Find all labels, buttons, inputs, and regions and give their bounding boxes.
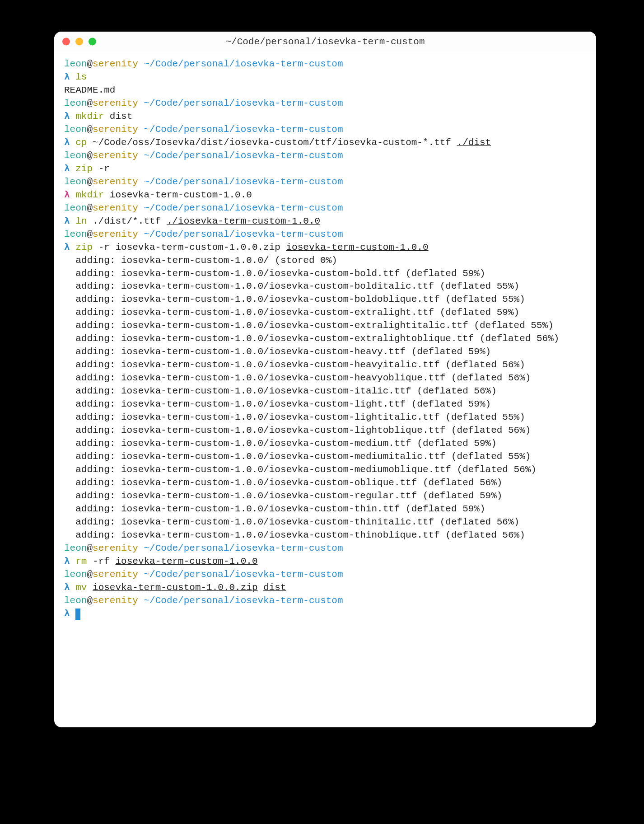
terminal-body[interactable]: leon@serenity ~/Code/personal/iosevka-te… bbox=[54, 52, 596, 727]
command-line: λ mkdir dist bbox=[64, 110, 586, 123]
command-arg: -rf bbox=[93, 556, 110, 566]
command-arg: iosevka-term-custom-1.0.0 bbox=[115, 556, 257, 566]
prompt-cwd: ~/Code/personal/iosevka-term-custom bbox=[144, 543, 343, 553]
command-line: λ mkdir iosevka-term-custom-1.0.0 bbox=[64, 189, 586, 202]
minimize-icon[interactable] bbox=[75, 38, 83, 46]
command-arg: dist bbox=[110, 111, 132, 122]
output-line: adding: iosevka-term-custom-1.0.0/iosevk… bbox=[64, 385, 586, 398]
input-line[interactable]: λ bbox=[64, 608, 586, 621]
command-arg: ./dist bbox=[457, 137, 491, 148]
prompt-host: serenity bbox=[93, 98, 138, 108]
command-name: zip bbox=[75, 164, 93, 174]
prompt-lambda-icon: λ bbox=[64, 72, 70, 82]
output-line: adding: iosevka-term-custom-1.0.0/ (stor… bbox=[64, 254, 586, 267]
prompt-user: leon bbox=[64, 569, 87, 580]
at-icon: @ bbox=[87, 229, 93, 239]
prompt-line: leon@serenity ~/Code/personal/iosevka-te… bbox=[64, 58, 586, 71]
output-line: adding: iosevka-term-custom-1.0.0/iosevk… bbox=[64, 503, 586, 516]
output-line: adding: iosevka-term-custom-1.0.0/iosevk… bbox=[64, 293, 586, 306]
at-icon: @ bbox=[87, 177, 93, 187]
prompt-cwd: ~/Code/personal/iosevka-term-custom bbox=[144, 595, 343, 606]
prompt-cwd: ~/Code/personal/iosevka-term-custom bbox=[144, 177, 343, 187]
output-line: README.md bbox=[64, 84, 586, 97]
prompt-user: leon bbox=[64, 229, 87, 239]
terminal-window: ~/Code/personal/iosevka-term-custom leon… bbox=[54, 32, 596, 727]
output-line: adding: iosevka-term-custom-1.0.0/iosevk… bbox=[64, 490, 586, 503]
window-title: ~/Code/personal/iosevka-term-custom bbox=[54, 37, 596, 47]
command-arg: iosevka-term-custom-1.0.0.zip bbox=[93, 582, 257, 593]
zoom-icon[interactable] bbox=[89, 38, 96, 46]
prompt-lambda-icon: λ bbox=[64, 137, 70, 148]
output-line: adding: iosevka-term-custom-1.0.0/iosevk… bbox=[64, 346, 586, 359]
output-line: adding: iosevka-term-custom-1.0.0/iosevk… bbox=[64, 464, 586, 477]
prompt-line: leon@serenity ~/Code/personal/iosevka-te… bbox=[64, 202, 586, 215]
prompt-host: serenity bbox=[93, 150, 138, 161]
command-arg: iosevka-term-custom-1.0.0 bbox=[286, 242, 429, 253]
prompt-lambda-icon: λ bbox=[64, 164, 70, 174]
output-line: adding: iosevka-term-custom-1.0.0/iosevk… bbox=[64, 450, 586, 464]
at-icon: @ bbox=[87, 203, 93, 213]
output-line: adding: iosevka-term-custom-1.0.0/iosevk… bbox=[64, 398, 586, 411]
prompt-user: leon bbox=[64, 124, 87, 135]
prompt-host: serenity bbox=[93, 124, 138, 135]
command-name: zip bbox=[75, 242, 93, 253]
window-controls bbox=[62, 38, 96, 46]
output-line: adding: iosevka-term-custom-1.0.0/iosevk… bbox=[64, 306, 586, 319]
prompt-lambda-icon: λ bbox=[64, 556, 70, 566]
command-name: mv bbox=[75, 582, 87, 593]
prompt-cwd: ~/Code/personal/iosevka-term-custom bbox=[144, 203, 343, 213]
output-line: adding: iosevka-term-custom-1.0.0/iosevk… bbox=[64, 424, 586, 437]
prompt-cwd: ~/Code/personal/iosevka-term-custom bbox=[144, 569, 343, 580]
command-line: λ zip -r iosevka-term-custom-1.0.0.zip i… bbox=[64, 241, 586, 254]
titlebar: ~/Code/personal/iosevka-term-custom bbox=[54, 32, 596, 52]
prompt-cwd: ~/Code/personal/iosevka-term-custom bbox=[144, 59, 343, 69]
output-line: adding: iosevka-term-custom-1.0.0/iosevk… bbox=[64, 516, 586, 529]
output-line: adding: iosevka-term-custom-1.0.0/iosevk… bbox=[64, 437, 586, 450]
prompt-lambda-icon: λ bbox=[64, 190, 70, 200]
prompt-user: leon bbox=[64, 203, 87, 213]
output-line: adding: iosevka-term-custom-1.0.0/iosevk… bbox=[64, 359, 586, 372]
output-line: adding: iosevka-term-custom-1.0.0/iosevk… bbox=[64, 372, 586, 385]
prompt-lambda-icon: λ bbox=[64, 111, 70, 122]
prompt-host: serenity bbox=[93, 569, 138, 580]
at-icon: @ bbox=[87, 543, 93, 553]
command-arg: ./dist/*.ttf bbox=[93, 216, 161, 226]
output-line: adding: iosevka-term-custom-1.0.0/iosevk… bbox=[64, 267, 586, 281]
prompt-host: serenity bbox=[93, 203, 138, 213]
prompt-host: serenity bbox=[93, 595, 138, 606]
command-line: λ ln ./dist/*.ttf ./iosevka-term-custom-… bbox=[64, 215, 586, 228]
prompt-lambda-icon: λ bbox=[64, 216, 70, 226]
command-arg: ~/Code/oss/Iosevka/dist/iosevka-custom/t… bbox=[93, 137, 451, 148]
prompt-user: leon bbox=[64, 177, 87, 187]
prompt-lambda-icon: λ bbox=[64, 242, 70, 253]
command-arg: iosevka-term-custom-1.0.0 bbox=[110, 190, 252, 200]
at-icon: @ bbox=[87, 150, 93, 161]
output-line: adding: iosevka-term-custom-1.0.0/iosevk… bbox=[64, 332, 586, 346]
command-arg: dist bbox=[263, 582, 286, 593]
command-arg: -r iosevka-term-custom-1.0.0.zip bbox=[98, 242, 280, 253]
at-icon: @ bbox=[87, 569, 93, 580]
prompt-line: leon@serenity ~/Code/personal/iosevka-te… bbox=[64, 150, 586, 163]
prompt-line: leon@serenity ~/Code/personal/iosevka-te… bbox=[64, 123, 586, 136]
close-icon[interactable] bbox=[62, 38, 70, 46]
command-line: λ ls bbox=[64, 71, 586, 84]
command-line: λ mv iosevka-term-custom-1.0.0.zip dist bbox=[64, 581, 586, 595]
at-icon: @ bbox=[87, 595, 93, 606]
prompt-line: leon@serenity ~/Code/personal/iosevka-te… bbox=[64, 542, 586, 555]
prompt-host: serenity bbox=[93, 59, 138, 69]
prompt-user: leon bbox=[64, 59, 87, 69]
at-icon: @ bbox=[87, 59, 93, 69]
prompt-user: leon bbox=[64, 543, 87, 553]
output-line: adding: iosevka-term-custom-1.0.0/iosevk… bbox=[64, 411, 586, 424]
prompt-lambda-icon: λ bbox=[64, 609, 70, 619]
command-line: λ rm -rf iosevka-term-custom-1.0.0 bbox=[64, 555, 586, 568]
prompt-cwd: ~/Code/personal/iosevka-term-custom bbox=[144, 124, 343, 135]
command-line: λ zip -r bbox=[64, 163, 586, 176]
prompt-line: leon@serenity ~/Code/personal/iosevka-te… bbox=[64, 97, 586, 110]
output-line: adding: iosevka-term-custom-1.0.0/iosevk… bbox=[64, 280, 586, 293]
prompt-user: leon bbox=[64, 595, 87, 606]
prompt-cwd: ~/Code/personal/iosevka-term-custom bbox=[144, 229, 343, 239]
prompt-user: leon bbox=[64, 150, 87, 161]
prompt-cwd: ~/Code/personal/iosevka-term-custom bbox=[144, 98, 343, 108]
output-line: adding: iosevka-term-custom-1.0.0/iosevk… bbox=[64, 529, 586, 542]
